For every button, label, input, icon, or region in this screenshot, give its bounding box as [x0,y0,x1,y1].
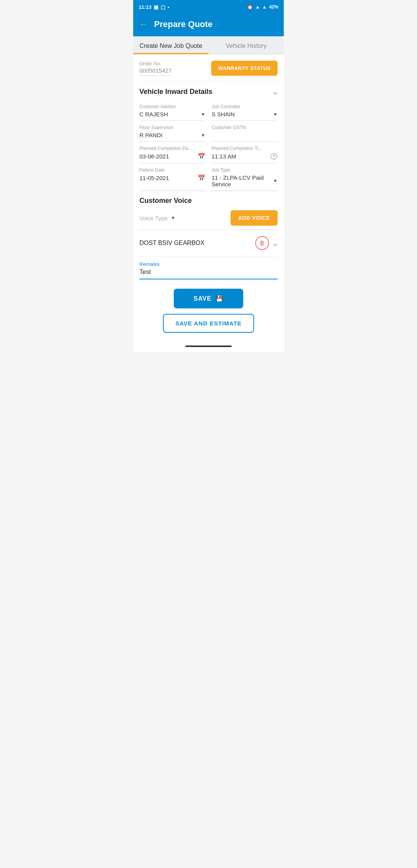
order-row: Order No. 0005015427 WARRANTY STATUS [139,54,278,81]
home-bar [185,345,232,347]
save-button[interactable]: SAVE 💾 [174,289,243,308]
wifi-icon: ▲ [255,4,260,10]
customer-gstn-label: Customer GSTN [212,125,278,130]
sim-icon: ▢ [161,4,165,10]
job-type-value: 11 - ZLPA-LCV Paid Service [212,174,273,187]
voice-type-field[interactable]: Voice Type ▼ [139,215,175,221]
failure-date-field[interactable]: Failure Date 11-05-2021 📅 [139,163,205,191]
customer-voice-section: Customer Voice Voice Type ▼ ADD VOICE DO… [139,191,278,279]
calendar-icon: 📅 [198,153,205,160]
job-controller-value: S SHAIN [212,111,235,117]
home-indicator [133,340,284,352]
signal-icon: ▲ [262,4,267,10]
remarks-section: Remarks [139,257,278,279]
voice-item-actions: 🗑 ⌵ [255,236,278,250]
trash-icon: 🗑 [259,240,265,247]
floor-supervisor-label: Floor Supervisor [139,125,205,130]
save-icon: 💾 [215,295,224,302]
status-time: 11:13 [139,4,151,10]
vehicle-inward-section-header: Vehicle Inward Details ⌵ [139,81,278,100]
back-button[interactable]: ← [139,19,148,29]
planned-completion-time-label: Planned Completion Ti... [212,146,278,151]
alarm-icon: ⏰ [247,4,253,10]
battery-status: 42% [269,4,278,10]
tab-create-new-job-quote[interactable]: Create New Job Quote [133,36,208,54]
vehicle-inward-collapse-icon[interactable]: ⌵ [273,87,278,96]
status-bar: 11:13 ▣ ▢ • ⏰ ▲ ▲ 42% [133,0,284,14]
order-number-field: Order No. 0005015427 [139,61,171,76]
save-and-estimate-button[interactable]: SAVE AND ESTIMATE [163,314,254,333]
planned-completion-time-field[interactable]: Planned Completion Ti... 11:13 AM 🕐 [212,142,278,163]
main-content: Order No. 0005015427 WARRANTY STATUS Veh… [133,54,284,279]
save-label: SAVE [193,295,211,302]
voice-item-expand-icon[interactable]: ⌵ [273,238,278,248]
order-number-value: 0005015427 [139,67,171,74]
voice-item-name: DOST BSIV GEARBOX [139,240,205,247]
job-controller-field[interactable]: Job Controller S SHAIN ▼ [212,100,278,121]
planned-completion-date-value: 03-06-2021 [139,153,169,160]
action-buttons: SAVE 💾 SAVE AND ESTIMATE [133,279,284,340]
warranty-status-button[interactable]: WARRANTY STATUS [211,61,278,76]
planned-completion-time-value: 11:13 AM [212,153,236,160]
job-controller-dropdown-icon: ▼ [273,112,278,117]
floor-supervisor-value: R PANDI [139,132,163,138]
delete-voice-button[interactable]: 🗑 [255,236,269,250]
job-controller-label: Job Controller [212,104,278,109]
page-title: Prepare Quote [154,19,213,29]
planned-completion-date-field[interactable]: Planned Completion Da... 03-06-2021 📅 [139,142,205,163]
customer-advisor-field[interactable]: Customer Advisor C RAJESH ▼ [139,100,205,121]
customer-advisor-value: C RAJESH [139,111,168,117]
failure-date-label: Failure Date [139,167,205,173]
customer-gstn-field[interactable]: Customer GSTN [212,121,278,142]
voice-item: DOST BSIV GEARBOX 🗑 ⌵ [139,230,278,257]
clock-icon: 🕐 [270,153,278,160]
remarks-label: Remarks [139,261,278,267]
planned-completion-date-label: Planned Completion Da... [139,146,205,151]
voice-type-dropdown-icon: ▼ [171,215,175,221]
failure-date-calendar-icon: 📅 [198,174,205,182]
failure-date-value: 11-05-2021 [139,175,169,181]
remarks-input[interactable] [139,269,278,276]
job-type-dropdown-icon: ▼ [273,178,278,184]
floor-supervisor-field[interactable]: Floor Supervisor R PANDI ▼ [139,121,205,142]
tab-bar: Create New Job Quote Vehicle History [133,36,284,54]
doc-icon: ▣ [154,4,158,10]
job-type-label: Job Type [212,167,278,173]
add-voice-button[interactable]: ADD VOICE [231,210,278,226]
voice-type-row: Voice Type ▼ ADD VOICE [139,210,278,230]
app-header: ← Prepare Quote [133,14,284,36]
voice-type-label: Voice Type [139,215,168,221]
job-type-field[interactable]: Job Type 11 - ZLPA-LCV Paid Service ▼ [212,163,278,191]
floor-supervisor-dropdown-icon: ▼ [201,133,205,138]
customer-advisor-label: Customer Advisor [139,104,205,109]
customer-advisor-dropdown-icon: ▼ [201,112,205,117]
order-number-label: Order No. [139,61,171,66]
vehicle-inward-fields: Customer Advisor C RAJESH ▼ Job Controll… [139,100,278,191]
dot-icon: • [168,4,170,10]
vehicle-inward-title: Vehicle Inward Details [139,88,212,96]
customer-voice-title: Customer Voice [139,197,278,205]
tab-vehicle-history[interactable]: Vehicle History [208,36,284,54]
